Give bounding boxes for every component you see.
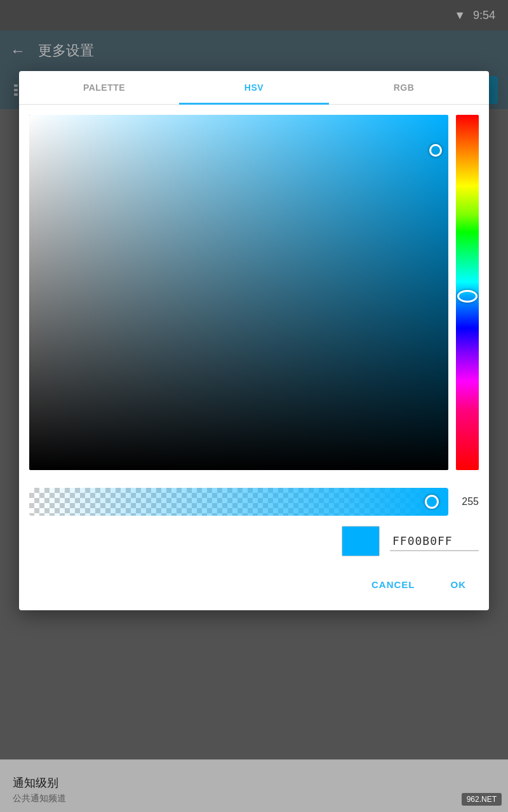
color-picker-dialog: PALETTE HSV RGB [19, 71, 489, 610]
alpha-value: 255 [456, 496, 479, 508]
tab-rgb[interactable]: RGB [329, 71, 479, 104]
color-preview-section [19, 521, 489, 566]
tab-palette[interactable]: PALETTE [29, 71, 179, 104]
color-tabs: PALETTE HSV RGB [19, 71, 489, 105]
sv-square[interactable] [29, 115, 448, 470]
alpha-cursor[interactable] [425, 495, 439, 509]
color-swatch [342, 526, 380, 556]
sv-cursor[interactable] [429, 144, 442, 157]
cancel-button[interactable]: CANCEL [356, 572, 431, 598]
dialog-buttons: CANCEL OK [19, 566, 489, 610]
hex-input[interactable] [390, 532, 479, 551]
hue-cursor[interactable] [457, 290, 478, 303]
alpha-gradient [29, 488, 448, 516]
hsv-picker-area [19, 105, 489, 480]
watermark: 962.NET [462, 793, 502, 806]
alpha-bar[interactable] [29, 488, 448, 516]
alpha-section: 255 [19, 480, 489, 521]
hue-bar[interactable] [456, 115, 479, 470]
sv-gradient [29, 115, 448, 470]
modal-overlay: PALETTE HSV RGB [0, 0, 508, 812]
ok-button[interactable]: OK [436, 572, 482, 598]
tab-hsv[interactable]: HSV [179, 71, 329, 104]
sv-black-layer [29, 115, 448, 470]
